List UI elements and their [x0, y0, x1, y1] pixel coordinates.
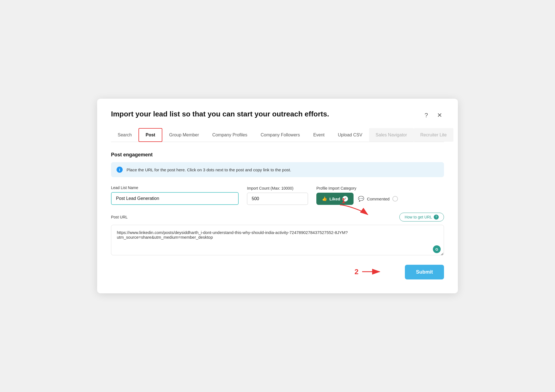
- liked-check-icon: [342, 196, 348, 202]
- commented-option: 💬 Commented: [358, 196, 398, 202]
- import-dialog: Import your lead list so that you can st…: [97, 99, 458, 293]
- post-url-textarea[interactable]: https://www.linkedin.com/posts/deysiddha…: [111, 225, 444, 255]
- close-button[interactable]: ✕: [435, 111, 444, 120]
- dialog-header: Import your lead list so that you can st…: [111, 110, 444, 120]
- comment-icon: 💬: [358, 196, 364, 202]
- tab-sales-navigator: Sales Navigator: [369, 128, 414, 142]
- tab-recruiter-lite: Recruiter Lite: [414, 128, 453, 142]
- submit-button[interactable]: Submit: [405, 265, 444, 279]
- commented-label: Commented: [367, 197, 390, 201]
- url-textarea-wrapper: https://www.linkedin.com/posts/deysiddha…: [111, 225, 444, 256]
- lead-list-name-group: Lead List Name: [111, 185, 239, 205]
- post-url-label: Post URL: [111, 215, 128, 219]
- tab-search[interactable]: Search: [111, 128, 138, 142]
- grammarly-icon: G: [433, 245, 441, 253]
- category-group: Profile Import Category 👍 Liked 💬 Commen…: [316, 186, 444, 205]
- thumbs-up-icon: 👍: [322, 196, 327, 201]
- annotation-arrow-2: [361, 266, 383, 277]
- commented-radio[interactable]: [392, 196, 398, 202]
- info-icon: i: [117, 167, 123, 173]
- post-url-row: Post URL How to get URL ?: [111, 213, 444, 222]
- liked-button[interactable]: 👍 Liked: [316, 193, 354, 205]
- how-to-url-icon: ?: [434, 215, 439, 220]
- dialog-footer: 2 Submit: [111, 265, 444, 279]
- annotation-2-label: 2: [355, 268, 359, 276]
- how-to-url-button[interactable]: How to get URL ?: [399, 213, 444, 222]
- info-box: i Place the URL for the post here. Click…: [111, 162, 444, 177]
- import-count-label: Import Count (Max: 10000): [247, 186, 308, 190]
- lead-list-label: Lead List Name: [111, 185, 239, 190]
- info-text: Place the URL for the post here. Click o…: [127, 167, 291, 172]
- import-count-input[interactable]: [247, 193, 308, 205]
- form-row-main: Lead List Name Import Count (Max: 10000)…: [111, 185, 444, 205]
- import-count-group: Import Count (Max: 10000): [247, 186, 308, 205]
- tab-company-followers[interactable]: Company Followers: [254, 128, 306, 142]
- lead-list-input[interactable]: [111, 192, 239, 205]
- how-to-url-label: How to get URL: [405, 215, 432, 219]
- tab-post[interactable]: Post: [138, 128, 163, 142]
- help-button[interactable]: ?: [422, 111, 431, 120]
- dialog-title: Import your lead list so that you can st…: [111, 110, 422, 118]
- tab-upload-csv[interactable]: Upload CSV: [331, 128, 369, 142]
- annotation-2-container: 2: [355, 266, 383, 277]
- tab-company-profiles[interactable]: Company Profiles: [206, 128, 254, 142]
- tab-group-member[interactable]: Group Member: [162, 128, 206, 142]
- resize-handle: ◢: [441, 252, 443, 255]
- tab-event[interactable]: Event: [307, 128, 331, 142]
- dialog-header-actions: ? ✕: [422, 111, 444, 120]
- tab-bar: Search Post Group Member Company Profile…: [111, 128, 444, 142]
- category-options: 👍 Liked 💬 Commented: [316, 193, 444, 205]
- liked-label: Liked: [329, 197, 340, 201]
- section-title: Post engagement: [111, 152, 444, 158]
- category-label: Profile Import Category: [316, 186, 444, 190]
